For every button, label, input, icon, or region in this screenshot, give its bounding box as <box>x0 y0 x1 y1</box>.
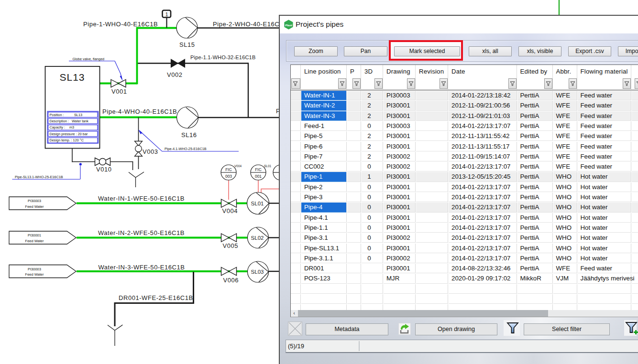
svg-text:FIC: FIC <box>225 167 232 172</box>
svg-text:Design pressure : 20 bar: Design pressure : 20 bar <box>50 132 88 136</box>
svg-text:V002: V002 <box>167 71 183 78</box>
svg-text:SL16: SL16 <box>181 131 197 139</box>
svg-text:Description :: Description : <box>50 119 69 123</box>
svg-text:Pipe-4.1-WHO-25-E16C1B: Pipe-4.1-WHO-25-E16C1B <box>165 147 207 151</box>
svg-text:SL01: SL01 <box>264 164 272 168</box>
svg-text:PI30001: PI30001 <box>28 233 41 237</box>
svg-text:V003: V003 <box>143 148 158 155</box>
svg-text:SL02: SL02 <box>251 235 264 241</box>
svg-text:Capacity :: Capacity : <box>50 125 65 129</box>
svg-text:Design temp. : 120 °C: Design temp. : 120 °C <box>50 138 84 142</box>
svg-text:V001: V001 <box>111 88 127 95</box>
svg-text:Globe valve, flanged: Globe valve, flanged <box>73 57 105 61</box>
svg-text:Water-IN-2-WFE-50-E16C1B: Water-IN-2-WFE-50-E16C1B <box>98 229 185 236</box>
svg-text:Water-IN-3-WFE-50-E16C1B: Water-IN-3-WFE-50-E16C1B <box>99 264 185 271</box>
svg-text:SL03: SL03 <box>251 269 264 275</box>
svg-text:SL01: SL01 <box>251 201 264 206</box>
svg-text:V006: V006 <box>223 277 239 284</box>
svg-text:V004: V004 <box>234 164 242 168</box>
svg-text:Feed Water: Feed Water <box>25 204 44 209</box>
svg-text:V005: V005 <box>223 242 239 249</box>
svg-text:SL13: SL13 <box>74 113 82 117</box>
svg-text:Water tank: Water tank <box>72 119 88 123</box>
svg-text:V010: V010 <box>96 166 112 173</box>
svg-text:1: 1 <box>165 11 168 17</box>
svg-text:003: 003 <box>225 174 232 179</box>
svg-text:Pipe-2-WHO-40-E16C1B: Pipe-2-WHO-40-E16C1B <box>213 21 287 28</box>
svg-text:Pipe-1-WHO-40-E16C1B: Pipe-1-WHO-40-E16C1B <box>83 21 158 28</box>
svg-text:Plant: Plant <box>285 23 293 26</box>
svg-text:SL15: SL15 <box>179 41 195 48</box>
svg-text:Position :: Position : <box>50 113 64 117</box>
svg-text:DR001-WFE-25-E16C1B: DR001-WFE-25-E16C1B <box>119 294 193 301</box>
svg-text:V004: V004 <box>222 207 238 214</box>
svg-text:FIC: FIC <box>255 167 262 172</box>
svg-text:Feed Water: Feed Water <box>25 272 44 277</box>
svg-text:m3: m3 <box>69 125 74 129</box>
svg-text:Pipe-SL13.1-WHO-25-E16C1B: Pipe-SL13.1-WHO-25-E16C1B <box>15 175 63 179</box>
svg-text:Pipe-1.1-WHO-32-E16C1B: Pipe-1.1-WHO-32-E16C1B <box>190 54 255 60</box>
svg-text:001: 001 <box>255 174 262 179</box>
svg-text:PI30003: PI30003 <box>28 267 41 271</box>
svg-text:Water-IN-1-WFE-50-E16C1B: Water-IN-1-WFE-50-E16C1B <box>98 195 185 202</box>
svg-text:PI30003: PI30003 <box>28 199 41 203</box>
svg-text:Pipe-4-WHO-40-E16C1B: Pipe-4-WHO-40-E16C1B <box>102 108 177 115</box>
svg-text:SL13: SL13 <box>59 72 85 83</box>
svg-text:Feed Water: Feed Water <box>25 239 44 243</box>
